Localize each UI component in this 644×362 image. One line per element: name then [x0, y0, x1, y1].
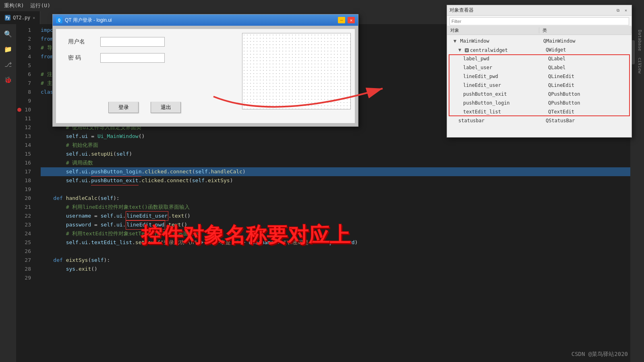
obj-name-centralwidget: ▼ W centralwidget: [447, 47, 544, 53]
watermark: CSDN @菜鸟驿站2020: [572, 351, 628, 358]
qt-minimize-button[interactable]: ─: [338, 17, 345, 23]
left-sidebar: 🔍 📁 ⎇ 🐞: [0, 24, 16, 362]
obj-name-textedit-list: textEdit_list: [447, 109, 547, 115]
username-label: 用户名: [68, 38, 92, 45]
code-line-22: username = self.ui.lineEdit_user.text(): [41, 212, 635, 220]
code-line-20: def handleCalc(self):: [41, 194, 635, 203]
obj-close-button[interactable]: ✕: [623, 8, 629, 13]
code-line-21: # 利用lineEdit控件对象text()函数获取界面输入: [41, 203, 635, 212]
code-line-28: sys.exit(): [41, 265, 635, 274]
obj-tree[interactable]: ▼ MainWindow QMainWindow ▼ W centralwidg…: [447, 35, 632, 127]
exit-button[interactable]: 退出: [151, 102, 181, 113]
sidebar-debug-icon[interactable]: 🐞: [2, 74, 14, 85]
tab-close-icon[interactable]: ×: [33, 16, 35, 20]
code-line-16: # 调用函数: [41, 158, 635, 167]
right-sidebar-ciview[interactable]: ciView: [637, 56, 642, 75]
obj-row-label-user[interactable]: label_user QLabel: [447, 63, 632, 72]
obj-row-mainwindow[interactable]: ▼ MainWindow QMainWindow: [447, 37, 632, 45]
obj-row-lineedit-user[interactable]: lineEdit_user QLineEdit: [447, 81, 632, 90]
code-line-15: self.ui.setupUi(self): [41, 150, 635, 158]
obj-name-lineedit-user: lineEdit_user: [447, 82, 547, 88]
obj-row-label-pwd[interactable]: label_pwd QLabel: [447, 54, 632, 63]
obj-row-textedit-list[interactable]: textEdit_list QTextEdit: [447, 107, 632, 116]
tab-filename: QT2.py: [13, 15, 30, 21]
right-sidebar: Database ciView: [635, 24, 644, 362]
obj-name-lineedit-pwd: lineEdit_pwd: [447, 74, 547, 79]
obj-name-label-pwd: label_pwd: [447, 56, 547, 62]
code-line-27: def eixtSys(self):: [41, 256, 635, 265]
obj-filter-input[interactable]: [449, 17, 629, 25]
qt-title-text: QT 用户登录 - login.ui: [65, 17, 335, 24]
obj-inspector-titlebar: 对象查看器 ⧉ ✕: [447, 5, 632, 16]
menu-run[interactable]: 运行(U): [30, 2, 50, 9]
qt-designer-window[interactable]: Q QT 用户登录 - login.ui ─ ✕ 用户名 密 码 登录 退出: [52, 14, 358, 127]
obj-name-pushbutton-exit: pushButton_exit: [447, 91, 547, 97]
qt-close-button[interactable]: ✕: [348, 17, 355, 23]
obj-col-class: 类: [539, 27, 632, 33]
code-line-25: self.ui.textEdit_list.setText("登录成功!\n" …: [41, 238, 635, 247]
code-line-23: password = self.ui.lineEdit_pwd.text(): [41, 220, 635, 229]
text-area-widget[interactable]: [242, 33, 351, 109]
obj-row-statusbar[interactable]: statusbar QStatusBar: [447, 116, 632, 125]
code-line-24: # 利用textEdit控件对象setText()函数设置界面显示: [41, 229, 635, 238]
password-input[interactable]: [100, 53, 165, 63]
login-button[interactable]: 登录: [108, 102, 139, 113]
obj-name-mainwindow: ▼ MainWindow: [447, 38, 542, 44]
obj-col-object: 对象: [447, 27, 539, 33]
obj-column-header: 对象 类: [447, 26, 632, 35]
qt-window-icon: Q: [56, 17, 62, 23]
code-line-29: [41, 274, 635, 282]
code-line-18: self.ui.pushButton_exit.clicked.connect(…: [41, 176, 635, 185]
object-inspector: 对象查看器 ⧉ ✕ 对象 类 ▼ MainWindow QMainWindow …: [447, 5, 632, 138]
code-line-17: self.ui.pushButton_login.clicked.connect…: [41, 167, 635, 176]
obj-inspector-title: 对象查看器: [449, 7, 474, 14]
obj-name-pushbutton-login: pushButton_login: [447, 100, 547, 106]
qt-body: 用户名 密 码 登录 退出: [53, 26, 358, 126]
qt-titlebar: Q QT 用户登录 - login.ui ─ ✕: [53, 14, 358, 26]
sidebar-search-icon[interactable]: 🔍: [2, 28, 14, 39]
python-file-icon: Py: [5, 15, 10, 21]
menu-reconstruct[interactable]: 重构(R): [4, 2, 24, 9]
code-line-14: # 初始化界面: [41, 141, 635, 150]
obj-row-lineedit-pwd[interactable]: lineEdit_pwd QLineEdit: [447, 72, 632, 81]
tab-qt2py[interactable]: Py QT2.py ×: [0, 11, 40, 24]
obj-row-pushbutton-exit[interactable]: pushButton_exit QPushButton: [447, 90, 632, 99]
right-sidebar-database[interactable]: Database: [637, 28, 642, 53]
obj-row-pushbutton-login[interactable]: pushButton_login QPushButton: [447, 99, 632, 107]
obj-float-button[interactable]: ⧉: [615, 8, 621, 13]
obj-name-statusbar: statusbar: [447, 118, 544, 123]
sidebar-git-icon[interactable]: ⎇: [2, 59, 14, 70]
code-line-26: [41, 247, 635, 256]
obj-name-label-user: label_user: [447, 65, 547, 70]
code-line-19: [41, 185, 635, 194]
qt-buttons: 登录 退出: [108, 102, 181, 113]
obj-row-centralwidget[interactable]: ▼ W centralwidget QWidget: [447, 45, 632, 54]
username-input[interactable]: [100, 37, 165, 47]
line-numbers: 1 2 3 4 5 6 7 8 9 10 11 12 13 14 15 16 1…: [16, 24, 34, 362]
obj-filter-bar: [447, 16, 632, 26]
obj-titlebar-buttons: ⧉ ✕: [615, 8, 629, 13]
password-label: 密 码: [68, 54, 92, 62]
sidebar-file-icon[interactable]: 📁: [2, 43, 14, 55]
